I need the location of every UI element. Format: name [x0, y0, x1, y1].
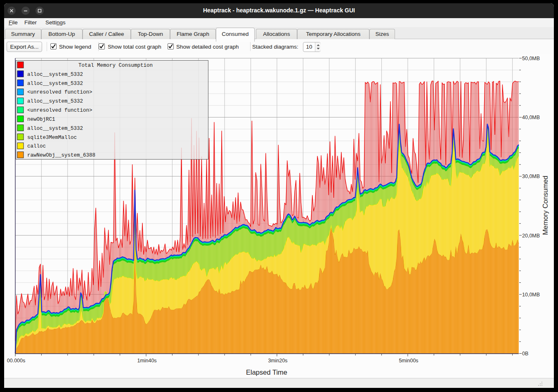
svg-text:30,0MB: 30,0MB: [522, 174, 540, 179]
svg-text:alloc__system_5332: alloc__system_5332: [27, 126, 83, 131]
svg-text:rawNewObj__system_6388: rawNewObj__system_6388: [27, 153, 95, 158]
svg-text:20,0MB: 20,0MB: [522, 233, 540, 239]
svg-text:00.000s: 00.000s: [7, 358, 25, 364]
svg-text:newObjRC1: newObjRC1: [27, 117, 55, 122]
svg-text:50,0MB: 50,0MB: [522, 56, 540, 61]
svg-text:5min00s: 5min00s: [399, 358, 418, 364]
svg-text:alloc__system_5332: alloc__system_5332: [27, 99, 83, 104]
svg-text:1min40s: 1min40s: [137, 358, 156, 364]
svg-text:Memory Consumed: Memory Consumed: [541, 176, 549, 235]
svg-text:Total Memory Consumption: Total Memory Consumption: [78, 63, 153, 68]
svg-text:<unresolved function>: <unresolved function>: [27, 108, 92, 113]
svg-text:Elapsed Time: Elapsed Time: [246, 369, 287, 376]
svg-text:sqlite3MemMalloc: sqlite3MemMalloc: [27, 135, 77, 141]
svg-text:0B: 0B: [522, 351, 528, 357]
svg-text:alloc__system_5332: alloc__system_5332: [27, 72, 83, 77]
svg-text:calloc: calloc: [27, 143, 46, 149]
svg-text:<unresolved function>: <unresolved function>: [27, 89, 92, 95]
svg-text:alloc__system_5332: alloc__system_5332: [27, 81, 83, 87]
svg-text:10,0MB: 10,0MB: [522, 292, 540, 298]
svg-text:40,0MB: 40,0MB: [522, 115, 540, 120]
svg-text:3min20s: 3min20s: [268, 358, 287, 364]
